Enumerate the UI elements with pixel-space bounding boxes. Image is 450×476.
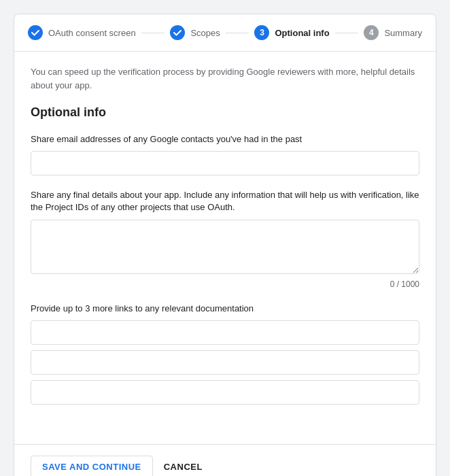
details-field-label: Share any final details about your app. …: [31, 189, 419, 214]
cancel-button[interactable]: CANCEL: [153, 456, 213, 476]
step-divider-1: [141, 33, 165, 33]
link-input-3-wrapper: [31, 380, 419, 405]
link-input-3[interactable]: [31, 380, 419, 405]
links-section: Provide up to 3 more links to any releva…: [31, 303, 419, 410]
save-and-continue-button[interactable]: SAVE AND CONTINUE: [31, 456, 153, 476]
details-textarea[interactable]: [31, 220, 419, 274]
stepper: OAuth consent screen Scopes 3 Optional i…: [14, 14, 436, 52]
link-input-2-wrapper: [31, 350, 419, 375]
main-content: You can speed up the verification proces…: [14, 52, 436, 444]
step-scopes: Scopes: [170, 25, 220, 40]
step-oauth-consent: OAuth consent screen: [28, 25, 136, 40]
email-field-section: Share email addresses of any Google cont…: [31, 133, 419, 175]
link-input-2[interactable]: [31, 350, 419, 375]
main-card: OAuth consent screen Scopes 3 Optional i…: [14, 14, 436, 476]
link-input-1-wrapper: [31, 320, 419, 345]
step2-check-icon: [170, 25, 185, 40]
step-divider-3: [335, 33, 359, 33]
textarea-wrapper: 0 / 1000: [31, 220, 419, 289]
step3-label: Optional info: [275, 28, 329, 38]
details-field-section: Share any final details about your app. …: [31, 189, 419, 288]
email-input[interactable]: [31, 151, 419, 175]
email-field-label: Share email addresses of any Google cont…: [31, 133, 419, 146]
step-divider-2: [226, 33, 249, 33]
step3-number-icon: 3: [254, 25, 269, 40]
step2-label: Scopes: [190, 28, 220, 38]
step4-label: Summary: [384, 28, 422, 38]
link-input-1[interactable]: [31, 320, 419, 345]
step1-label: OAuth consent screen: [48, 28, 136, 38]
step-optional-info: 3 Optional info: [254, 25, 329, 40]
char-count: 0 / 1000: [31, 279, 419, 289]
step4-number-icon: 4: [364, 25, 379, 40]
section-title: Optional info: [31, 105, 419, 120]
links-field-label: Provide up to 3 more links to any releva…: [31, 303, 419, 315]
step1-check-icon: [28, 25, 43, 40]
description-text: You can speed up the verification proces…: [31, 65, 419, 92]
step-summary: 4 Summary: [364, 25, 422, 40]
actions-bar: SAVE AND CONTINUE CANCEL: [14, 444, 436, 476]
